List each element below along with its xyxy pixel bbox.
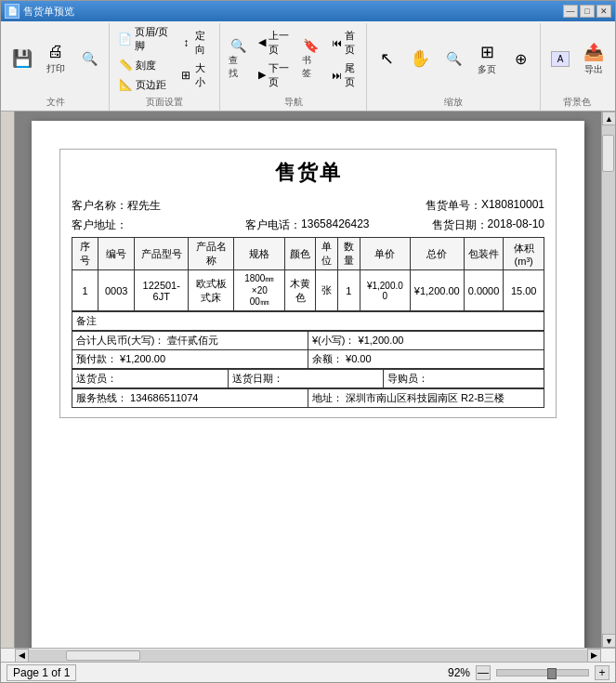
col-code: 编号 [98,238,135,270]
header-footer-label: 页眉/页脚 [135,25,169,53]
scroll-left-button[interactable]: ◀ [15,649,29,663]
totals-table: 合计人民币(大写)： 壹仟贰佰元 ¥(小写)： ¥1,200.00 预付款： [72,331,544,369]
cursor-icon: ↖ [375,47,398,70]
col-spec: 规格 [234,238,285,270]
file-group-items: 💾 🖨 打印 🔍 [7,23,105,94]
h-scroll-track[interactable] [29,650,587,662]
save-button[interactable]: 💾 [7,39,38,78]
scale-button[interactable]: 📏 刻度 [113,56,174,74]
cell-color: 木黄色 [285,270,315,311]
bookmark-button[interactable]: 🔖 书签 [297,39,325,78]
print-button[interactable]: 🖨 打印 [40,39,72,78]
page-info: Page 1 of 1 [13,666,70,679]
scale-icon: 📏 [118,58,133,72]
customer-label: 客户名称： [72,198,127,214]
statusbar: Page 1 of 1 92% — + [1,662,615,682]
col-model: 产品型号 [135,238,189,270]
size-label: 大小 [195,61,212,89]
header-footer-icon: 📄 [118,32,132,46]
header-footer-button[interactable]: 📄 页眉/页脚 [113,23,174,55]
zoom-slider-track[interactable] [496,669,589,676]
orientation-button[interactable]: ↕ 定向 [176,27,216,59]
page-info-container: Page 1 of 1 [7,664,76,681]
zoom-in-button[interactable]: 🔍 [438,39,469,78]
zoom-out-button[interactable]: — [476,665,491,680]
customer-name: 程先生 [127,198,161,214]
left-strip [1,112,15,648]
remainder: ¥0.00 [346,353,372,364]
zoom-pct-button[interactable]: ⊕ [505,39,536,78]
last-page-button[interactable]: ⏭ 尾页 [327,59,362,91]
total-small: ¥1,200.00 [359,335,404,346]
bottom-area: ◀ ▶ Page 1 of 1 92% — + [1,648,615,682]
cell-packing: 0.0000 [464,270,504,311]
file-group-label: 文件 [7,96,105,109]
bg-group: A 📤 导出 背景色 [541,23,613,111]
maximize-button[interactable]: □ [580,5,595,18]
zoom-value: 92% [448,666,470,679]
total-small-label: ¥(小写)： [312,335,355,346]
address2-cell: 地址： 深圳市南山区科技园南区 R2-B三楼 [308,389,544,408]
date-label: 售货日期： [432,217,488,233]
hand-icon: ✋ [409,47,431,70]
margins-button[interactable]: 📐 页边距 [113,75,174,94]
page-area[interactable]: 售货单 客户名称： 程先生 售货单号： X180810001 客户地址： 客户电… [15,112,601,648]
zoom-slider-thumb[interactable] [547,668,557,679]
h-scroll-thumb[interactable] [66,650,140,661]
document-border: 售货单 客户名称： 程先生 售货单号： X180810001 客户地址： 客户电… [59,149,557,418]
scroll-right-button[interactable]: ▶ [587,649,601,663]
multipage-button[interactable]: ⊞ 多页 [471,39,503,78]
scroll-down-button[interactable]: ▼ [602,634,615,648]
bg-group-label: 背景色 [544,96,609,109]
preview-icon: 🔍 [78,47,100,70]
next-page-button[interactable]: ▶ 下一页 [254,59,295,91]
find-label: 查找 [229,54,247,80]
delivery-person-cell: 送货员： [72,370,229,388]
document-page: 售货单 客户名称： 程先生 售货单号： X180810001 客户地址： 客户电… [32,121,584,648]
col-price: 单价 [360,238,410,270]
main-window: 📄 售货单预览 — □ ✕ 💾 🖨 打印 [0,0,616,683]
size-button[interactable]: ⊞ 大小 [176,59,216,91]
extra-icon-button[interactable]: 🔍 [73,39,105,78]
margins-icon: 📐 [118,77,133,92]
remainder-label: 余额： [312,353,343,364]
v-scroll-thumb[interactable] [602,135,614,172]
scroll-up-button[interactable]: ▲ [602,112,615,125]
delivery-row: 送货员： 送货日期： 导购员： [72,370,544,388]
hand-button[interactable]: ✋ [404,39,436,78]
page-setup-items: 📄 页眉/页脚 📏 刻度 📐 页边距 [113,23,216,94]
address2: 深圳市南山区科技园南区 R2-B三楼 [346,392,505,403]
v-scroll-track[interactable] [602,125,615,634]
prev-page-button[interactable]: ◀ 上一页 [254,27,295,59]
page-setup-small-group: 📄 页眉/页脚 📏 刻度 📐 页边距 [113,23,174,94]
orientation-icon: ↕ [180,35,192,50]
service-table: 服务热线： 134686511074 地址： 深圳市南山区科技园南区 R2-B三… [72,388,544,408]
bg-color-button[interactable]: A [544,39,576,78]
cell-qty: 1 [337,270,360,311]
bookmark-icon: 🔖 [300,38,322,53]
next-page-icon: ▶ [258,69,266,81]
total-small-cell: ¥(小写)： ¥1,200.00 [308,332,544,350]
service-phone: 134686511074 [130,392,198,403]
first-page-button[interactable]: ⏮ 首页 [327,27,362,59]
total-cny-cell: 合计人民币(大写)： 壹仟贰佰元 [72,332,308,350]
zoom-in-status-button[interactable]: + [595,665,609,680]
titlebar-controls: — □ ✕ [563,5,611,18]
bg-group-items: A 📤 导出 [544,23,609,94]
cursor-button[interactable]: ↖ [371,39,402,78]
close-button[interactable]: ✕ [596,5,611,18]
print-icon: 🖨 [45,42,67,61]
remark-cell: 备注 [72,312,544,331]
find-button[interactable]: 🔍 查找 [224,39,252,78]
service-cell: 服务热线： 134686511074 [72,389,308,408]
content-area: 售货单 客户名称： 程先生 售货单号： X180810001 客户地址： 客户电… [1,112,615,648]
export-button[interactable]: 📤 导出 [578,39,609,78]
col-qty: 数量 [337,238,360,270]
cell-spec: 1800㎜×2000㎜ [234,270,285,311]
remark-table: 备注 [72,311,544,331]
export-label: 导出 [584,63,603,76]
minimize-button[interactable]: — [563,5,578,18]
prepaid-label: 预付款： [76,353,117,364]
prepaid-row: 预付款： ¥1,200.00 余额： ¥0.00 [72,350,544,369]
cell-name: 欧式板式床 [189,270,234,311]
